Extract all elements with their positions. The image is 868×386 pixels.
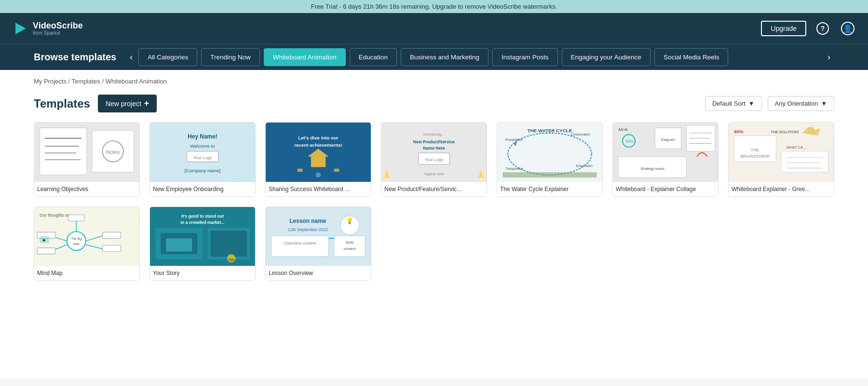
template-card-mindmap[interactable]: Our thoughts on... The big idea ▶ — [34, 207, 140, 281]
svg-point-22 — [316, 172, 321, 178]
logo: VideoScribe from Sparkol — [12, 20, 83, 37]
svg-text:12th September 2022: 12th September 2022 — [288, 227, 328, 232]
header-actions: Upgrade ? 👤 — [761, 20, 856, 37]
category-navigation: Browse templates ‹ All Categories Trendi… — [0, 44, 868, 70]
svg-rect-84 — [166, 238, 192, 251]
svg-marker-0 — [15, 23, 26, 34]
template-card-learning-objectives[interactable]: Notes Learning Objectives — [34, 122, 140, 197]
svg-text:Your Logo: Your Logo — [424, 157, 443, 162]
breadcrumb: My Projects / Templates / Whiteboard Ani… — [0, 70, 868, 89]
templates-right: Default Sort ▼ Any Orientation ▼ — [705, 96, 834, 111]
template-name-learning: Learning Objectives — [34, 182, 139, 196]
template-card-explainer[interactable]: AN AI 50% Diagram Strategy board Whitebo… — [612, 122, 719, 197]
svg-text:in a crowded market...: in a crowded market... — [180, 220, 224, 224]
account-icon: 👤 — [841, 22, 854, 35]
svg-rect-21 — [334, 168, 339, 172]
svg-text:Overview content: Overview content — [284, 241, 317, 246]
browse-title: Browse templates — [34, 52, 116, 63]
svg-text:content: content — [344, 247, 356, 251]
empty-col-5 — [497, 207, 603, 281]
svg-rect-75 — [103, 232, 121, 238]
tab-whiteboard-animation[interactable]: Whiteboard Animation — [264, 48, 346, 66]
template-thumb-water: THE WATER CYCLE Precipitation Condensati… — [497, 123, 602, 182]
template-thumb-product: Introducing... New Product/Service Name … — [381, 123, 487, 182]
svg-rect-76 — [103, 245, 121, 251]
orientation-dropdown[interactable]: Any Orientation ▼ — [768, 96, 834, 111]
tab-instagram-posts[interactable]: Instagram Posts — [492, 48, 558, 66]
svg-text:The big: The big — [71, 237, 81, 241]
template-card-green[interactable]: 65% THE SOLUTION! THE BRAINSTORM! WHAT C… — [728, 122, 834, 197]
svg-text:THE WATER CYCLE: THE WATER CYCLE — [528, 128, 572, 133]
svg-rect-20 — [298, 168, 303, 172]
svg-text:AN AI: AN AI — [618, 127, 627, 132]
svg-rect-99 — [271, 235, 328, 256]
svg-text:Multi: Multi — [346, 240, 353, 245]
template-card-lesson[interactable]: Lesson name 12th September 2022 💡 Multi … — [265, 207, 371, 281]
svg-text:Welcome to: Welcome to — [190, 143, 215, 149]
breadcrumb-templates[interactable]: Templates — [72, 78, 100, 85]
template-name-story: Your Story — [150, 266, 255, 280]
main-content: Templates New project + Default Sort ▼ A… — [0, 89, 868, 378]
svg-rect-40 — [502, 172, 597, 178]
account-button[interactable]: 👤 — [839, 20, 856, 37]
svg-text:50%: 50% — [626, 139, 635, 144]
upgrade-button[interactable]: Upgrade — [761, 21, 806, 36]
breadcrumb-sep2: / — [102, 78, 105, 85]
nav-prev-button[interactable]: ‹ — [126, 50, 136, 64]
trial-banner: Free Trial - 6 days 21h 36m 18s remainin… — [0, 0, 868, 13]
template-card-water[interactable]: THE WATER CYCLE Precipitation Condensati… — [497, 122, 603, 197]
template-name-success: Sharing Success Whiteboard ... — [266, 182, 371, 196]
template-card-success[interactable]: Let's dive into our recent achievements!… — [265, 122, 371, 197]
help-icon: ? — [816, 22, 829, 35]
svg-text:Hey Name!: Hey Name! — [188, 133, 217, 140]
logo-subtitle: from Sparkol — [33, 30, 83, 36]
template-thumb-onboarding: Hey Name! Welcome to Your Logo [Company … — [150, 123, 255, 182]
template-thumb-story: It's good to stand out in a crowded mark… — [150, 207, 255, 266]
svg-text:💡: 💡 — [346, 216, 354, 224]
templates-left: Templates New project + — [34, 95, 157, 112]
empty-col-6 — [612, 207, 719, 281]
svg-text:It's good to stand out: It's good to stand out — [181, 213, 224, 218]
breadcrumb-my-projects[interactable]: My Projects — [34, 78, 67, 85]
template-thumb-lesson: Lesson name 12th September 2022 💡 Multi … — [266, 207, 371, 266]
template-thumb-mindmap: Our thoughts on... The big idea ▶ — [34, 207, 139, 266]
nav-next-button[interactable]: › — [824, 50, 834, 64]
templates-title: Templates — [34, 97, 90, 110]
template-thumb-learning: Notes — [34, 123, 139, 182]
svg-text:New Product/Service: New Product/Service — [413, 139, 455, 144]
empty-col-7 — [728, 207, 834, 281]
svg-rect-2 — [40, 128, 87, 175]
svg-text:recent achievements!: recent achievements! — [294, 142, 342, 148]
sort-dropdown[interactable]: Default Sort ▼ — [705, 96, 762, 111]
svg-text:Notes: Notes — [106, 149, 120, 155]
svg-text:logo: logo — [229, 257, 235, 261]
svg-text:idea: idea — [73, 242, 80, 246]
template-card-product[interactable]: Introducing... New Product/Service Name … — [381, 122, 487, 197]
template-card-onboarding[interactable]: Hey Name! Welcome to Your Logo [Company … — [149, 122, 256, 197]
tab-social-media-reels[interactable]: Social Media Reels — [654, 48, 729, 66]
tab-business-marketing[interactable]: Business and Marketing — [401, 48, 488, 66]
sort-label: Default Sort — [712, 100, 746, 107]
help-button[interactable]: ? — [814, 20, 831, 37]
svg-text:[Company name]: [Company name] — [185, 168, 221, 173]
tab-education[interactable]: Education — [350, 48, 397, 66]
breadcrumb-sep1: / — [68, 78, 72, 85]
template-name-onboarding: New Employee Onboarding — [150, 182, 255, 196]
tab-engaging-audience[interactable]: Engaging your Audience — [562, 48, 651, 66]
tab-trending-now[interactable]: Trending Now — [201, 48, 260, 66]
tab-all-categories[interactable]: All Categories — [138, 48, 197, 66]
logo-name: VideoScribe — [33, 21, 83, 31]
breadcrumb-current: Whiteboard Animation — [106, 78, 167, 85]
svg-text:Transpiration: Transpiration — [505, 167, 524, 171]
svg-rect-78 — [37, 248, 55, 254]
svg-text:Introducing...: Introducing... — [423, 132, 445, 137]
new-project-button[interactable]: New project + — [98, 95, 157, 112]
plus-icon: + — [144, 98, 149, 109]
svg-text:Diagram: Diagram — [661, 138, 675, 142]
svg-text:Lesson name: Lesson name — [289, 217, 326, 224]
svg-text:THE: THE — [751, 148, 760, 152]
template-grid-row2: Our thoughts on... The big idea ▶ — [34, 207, 834, 281]
template-name-product: New Product/Feature/Servic... — [381, 182, 487, 196]
template-card-story[interactable]: It's good to stand out in a crowded mark… — [149, 207, 256, 281]
template-thumb-success: Let's dive into our recent achievements! — [266, 123, 371, 182]
